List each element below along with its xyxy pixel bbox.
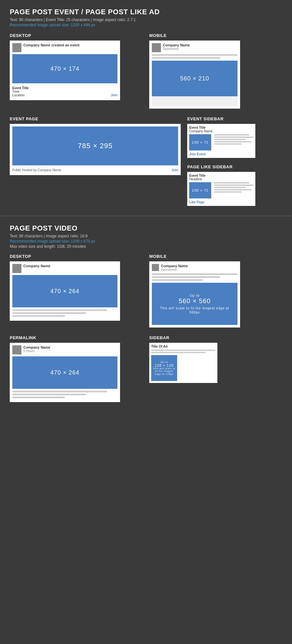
page-like-row: 100 × 72 [189, 182, 253, 198]
event-page-col: EVENT PAGE 785 × 295 Public Hosted by Co… [10, 116, 181, 175]
mobile-avatar [152, 43, 161, 52]
event-page-card: 785 × 295 Public Hosted by Company Name … [10, 124, 181, 175]
pl-line-1 [214, 182, 249, 184]
sidebar-video-card: Title Of Ad Up to 128 × 128 This will sc… [149, 343, 217, 383]
event-page-strip: Public Hosted by Company Name Join [12, 167, 178, 173]
desktop-avatar-row: Company Name created an event [12, 43, 117, 52]
pl-line-3 [214, 187, 246, 188]
mobile-text-lines-top [152, 54, 237, 59]
event-sidebar-company: Company Name [189, 129, 253, 133]
mobile-sponsored: Sponsored [163, 47, 190, 51]
sidebar-scale: This will scale to fit the longest edge … [152, 367, 176, 376]
vd-line-2 [12, 312, 86, 314]
s-line-2 [214, 137, 253, 138]
s-line-5 [214, 143, 241, 145]
s-line-3 [214, 139, 246, 140]
video-mobile-dim: 560 × 560 [179, 297, 211, 305]
section-event-ad: PAGE POST EVENT / PAGE POST LIKE AD Text… [0, 0, 292, 216]
section1-meta: Text: 90 characters | Event Title: 25 ch… [10, 18, 282, 22]
permalink-text-lines [12, 391, 117, 398]
video-mobile-sponsored: Sponsored [161, 268, 188, 271]
video-mobile-image: Up to 560 × 560 This will scale to fit t… [152, 283, 237, 325]
desktop-event-title: Event Title [12, 86, 117, 90]
desktop-avatar [12, 43, 21, 52]
page-like-headline: Headline [189, 177, 253, 181]
desktop-join[interactable]: Join [111, 93, 117, 97]
event-sidebar-label: EVENT SIDEBAR [187, 116, 282, 121]
permalink-company: Company Name [23, 345, 50, 349]
video-desktop-col: DESKTOP Company Name 470 × 264 [10, 254, 143, 328]
sv-line-2 [151, 352, 206, 353]
text-line-1 [152, 54, 237, 56]
sidebar-upto: Up to [160, 361, 168, 364]
mobile-card: Company Name Sponsored 560 × 210 [149, 41, 240, 109]
mobile-event-bottom [152, 96, 237, 106]
right-sidebars: EVENT SIDEBAR Event Title Company Name 1… [187, 116, 282, 206]
permalink-image: 470 × 264 [12, 356, 117, 389]
video-mobile-card: Company Name Sponsored Up to 560 × 560 T… [149, 261, 240, 328]
video-mobile-upto: Up to [189, 293, 200, 297]
vd-line-1 [12, 309, 107, 311]
vm-line-1 [152, 273, 237, 275]
vd-line-3 [12, 315, 65, 317]
event-sidebar-row: 100 × 72 [189, 134, 253, 150]
video-mobile-scale: This will scale to fit the longest edge … [155, 306, 234, 315]
sv-line-1 [151, 350, 215, 351]
video-desktop-avatar-row: Company Name [12, 264, 117, 273]
sidebar-dim: 128 × 128 [155, 364, 174, 367]
video-mobile-company-block: Company Name Sponsored [161, 264, 188, 271]
section2-title: PAGE POST VIDEO [10, 224, 282, 233]
sidebar-col: SIDEBAR Title Of Ad Up to 128 × 128 This… [149, 335, 282, 383]
page-like-title: Event Title [189, 174, 253, 177]
permalink-col: PERMALINK Company Name 5 Hours 470 × 264 [10, 335, 143, 402]
video-desktop-image: 470 × 264 [12, 275, 117, 307]
video-mobile-company: Company Name [161, 264, 188, 268]
vm-line-2 [152, 276, 220, 278]
page-like-text [214, 182, 253, 194]
page-like-action[interactable]: Like Page [189, 200, 253, 204]
video-mobile-label: MOBILE [149, 254, 282, 259]
pl2-line-3 [12, 397, 65, 398]
pl-line-2 [214, 185, 253, 186]
video-desktop-company: Company Name [23, 264, 50, 268]
event-sidebar-title: Event Title [189, 126, 253, 129]
mobile-avatar-row: Company Name Sponsored [152, 43, 237, 52]
event-join[interactable]: Join [172, 168, 178, 172]
event-sidebar-text [214, 134, 253, 146]
video-permalink-sidebar-row: PERMALINK Company Name 5 Hours 470 × 264 [10, 335, 282, 402]
pl-line-5 [214, 191, 241, 193]
video-mobile-avatar-row: Company Name Sponsored [152, 264, 237, 271]
video-desktop-mobile-row: DESKTOP Company Name 470 × 264 MOBILE [10, 254, 282, 328]
desktop-image: 470 × 174 [12, 54, 117, 83]
event-sidebar-card: Event Title Company Name 100 × 72 [187, 124, 255, 158]
video-desktop-card: Company Name 470 × 264 [10, 261, 120, 321]
vm-line-3 [152, 279, 203, 281]
video-desktop-text-lines [12, 309, 117, 317]
page-like-label: PAGE LIKE SIDEBAR [187, 164, 282, 169]
pl-line-4 [214, 189, 251, 190]
desktop-col: DESKTOP Company Name created an event 47… [10, 33, 143, 109]
event-page-label: EVENT PAGE [10, 116, 181, 121]
video-desktop-label: DESKTOP [10, 254, 143, 259]
video-mobile-text-top [152, 273, 237, 281]
mobile-image: 560 × 210 [152, 61, 237, 96]
permalink-avatar [12, 345, 21, 354]
desktop-label: DESKTOP [10, 33, 143, 38]
sidebar-title: Title Of Ad [151, 345, 215, 348]
permalink-card: Company Name 5 Hours 470 × 264 [10, 343, 120, 402]
s-line-4 [214, 141, 251, 142]
text-line-2 [152, 57, 220, 59]
desktop-company-text: Company Name created an event [23, 43, 79, 47]
sidebar-label: SIDEBAR [149, 335, 282, 340]
section1-rec: Recommended image upload size: 1200 x 44… [10, 23, 282, 27]
desktop-event-strip: Event Title Time Location Join [12, 85, 117, 98]
mobile-company-block: Company Name Sponsored [163, 43, 190, 51]
desktop-location: Location [12, 93, 117, 97]
event-sidebar-join[interactable]: Join Event [189, 152, 253, 156]
desktop-card: Company Name created an event 470 × 174 … [10, 41, 120, 100]
pl2-line-2 [12, 394, 86, 395]
pl2-line-1 [12, 391, 107, 392]
page-like-sidebar-col: PAGE LIKE SIDEBAR Event Title Headline 1… [187, 164, 282, 206]
section1-title: PAGE POST EVENT / PAGE POST LIKE AD [10, 8, 282, 16]
desktop-time: Time [12, 90, 117, 93]
